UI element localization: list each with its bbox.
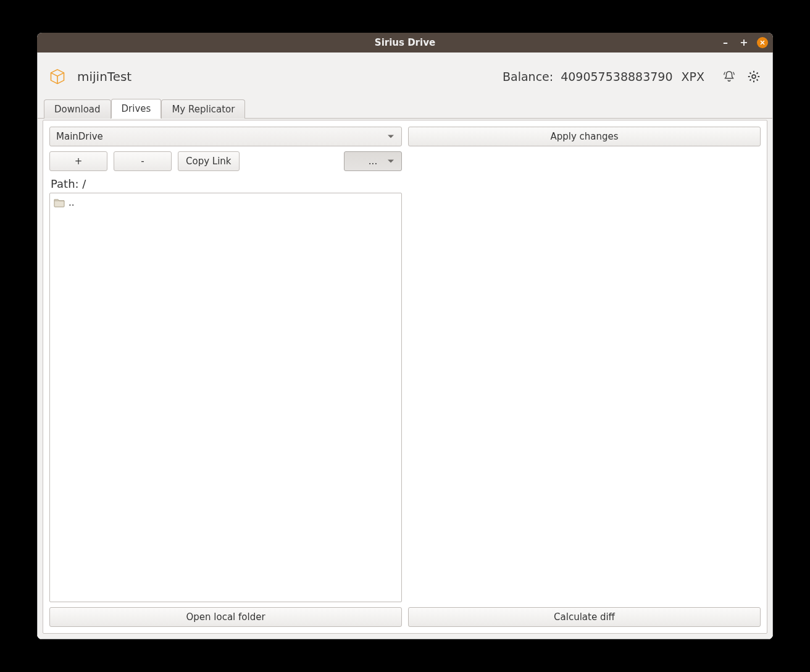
settings-icon[interactable] [746, 69, 761, 84]
close-button[interactable] [757, 37, 768, 48]
path-label: Path: / [51, 177, 759, 190]
chevron-down-icon [388, 135, 394, 138]
svg-line-12 [757, 72, 758, 74]
maximize-button[interactable]: + [738, 37, 749, 48]
balance-unit: XPX [682, 70, 705, 83]
drive-select-value: MainDrive [56, 131, 103, 142]
window-title: Sirius Drive [375, 37, 435, 48]
right-file-pane [408, 193, 761, 602]
chevron-down-icon [388, 160, 394, 163]
header-row: mijinTest Balance: 409057538883790 XPX [38, 52, 772, 101]
titlebar-controls: – + [720, 33, 768, 52]
drive-select[interactable]: MainDrive [49, 127, 402, 146]
open-local-folder-button[interactable]: Open local folder [49, 607, 402, 627]
tab-download[interactable]: Download [44, 99, 111, 119]
tabbar: Download Drives My Replicator [38, 100, 772, 119]
left-file-pane[interactable]: .. [49, 193, 402, 602]
more-actions-button[interactable]: ... [344, 151, 402, 171]
titlebar: Sirius Drive – + [37, 33, 773, 52]
tab-drives[interactable]: Drives [111, 99, 162, 119]
svg-point-4 [752, 75, 756, 78]
balance-label: Balance: [503, 70, 553, 83]
profile-name: mijinTest [77, 69, 132, 84]
remove-drive-button[interactable]: - [114, 151, 172, 171]
svg-line-9 [749, 72, 751, 74]
app-shell: mijinTest Balance: 409057538883790 XPX [37, 52, 773, 639]
svg-line-10 [757, 79, 758, 80]
copy-link-button[interactable]: Copy Link [178, 151, 240, 171]
add-drive-button[interactable]: + [49, 151, 107, 171]
app-logo-icon [49, 68, 66, 85]
minimize-button[interactable]: – [720, 37, 731, 48]
notifications-icon[interactable] [722, 69, 737, 84]
svg-line-11 [749, 79, 751, 80]
tab-my-replicator[interactable]: My Replicator [161, 99, 245, 119]
drives-content: MainDrive Apply changes + - Copy Link ..… [43, 120, 767, 634]
apply-changes-button[interactable]: Apply changes [408, 127, 761, 146]
parent-dir-row[interactable]: .. [52, 196, 399, 209]
more-actions-label: ... [369, 156, 377, 167]
folder-icon [54, 198, 65, 208]
app-window: Sirius Drive – + mijinTest Balance: 4090… [37, 33, 773, 639]
calculate-diff-button[interactable]: Calculate diff [408, 607, 761, 627]
balance-value: 409057538883790 [561, 70, 672, 83]
parent-dir-label: .. [69, 197, 75, 208]
